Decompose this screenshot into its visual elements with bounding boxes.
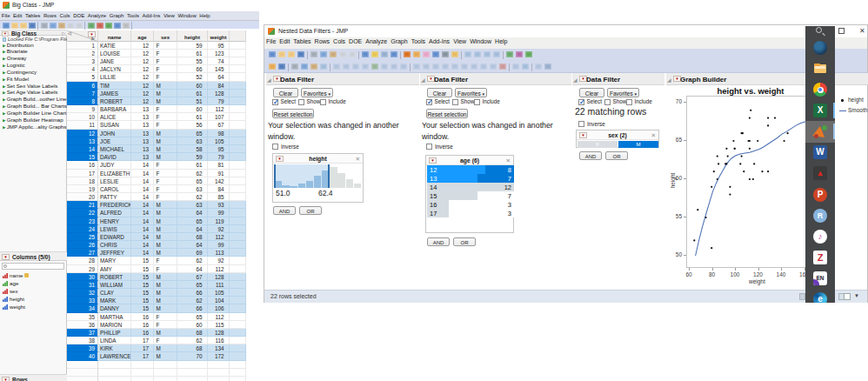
row-number-cell[interactable]: 31 — [67, 281, 98, 289]
table-cell[interactable]: 106 — [208, 304, 230, 312]
show-checkbox[interactable] — [604, 99, 611, 105]
toolbar-icon[interactable] — [349, 51, 356, 58]
script-item-graph-build-oother-line[interactable]: ▶ Graph Build...oother Line — [3, 96, 67, 103]
table-cell[interactable]: 68 — [177, 344, 208, 352]
data-point[interactable] — [757, 140, 758, 142]
toolbar-icon[interactable] — [506, 51, 513, 58]
column-header-weight[interactable]: weight — [208, 30, 230, 42]
collapse-triangle-icon[interactable]: ◢ — [573, 77, 578, 83]
table-cell[interactable]: 62 — [177, 193, 208, 201]
toolbar-icon[interactable] — [278, 51, 285, 58]
column-item-height[interactable]: height — [3, 296, 67, 304]
toolbar-icon[interactable] — [288, 51, 295, 58]
row-number-cell[interactable]: 9 — [67, 105, 98, 113]
table-cell[interactable]: 13 — [131, 137, 154, 145]
table-cell[interactable]: 14 — [131, 201, 154, 209]
table-cell[interactable]: LESLIE — [98, 177, 131, 185]
table-cell[interactable]: 79 — [208, 153, 230, 161]
table-cell[interactable] — [230, 177, 246, 185]
table-cell[interactable]: ROBERT — [98, 273, 131, 281]
table-cell[interactable]: M — [154, 273, 177, 281]
table-cell[interactable] — [230, 73, 246, 81]
select-checkbox[interactable] — [272, 99, 278, 105]
toolbar-icon[interactable] — [123, 23, 130, 30]
table-cell[interactable]: 61 — [177, 50, 208, 57]
row-number-cell[interactable]: 23 — [67, 217, 98, 225]
toolbar-icon[interactable] — [29, 23, 36, 30]
menu-edit[interactable]: Edit — [11, 11, 23, 18]
table-cell[interactable]: 16 — [131, 329, 154, 337]
include-checkbox[interactable] — [320, 99, 326, 105]
table-cell[interactable] — [230, 361, 246, 369]
close-icon[interactable]: ✕ — [651, 132, 656, 139]
table-cell[interactable] — [230, 304, 246, 312]
menu-tables[interactable]: Tables — [291, 37, 312, 44]
data-point[interactable] — [741, 156, 743, 157]
data-point[interactable] — [752, 178, 754, 180]
table-cell[interactable]: M — [154, 130, 177, 137]
table-cell[interactable] — [154, 361, 177, 369]
toolbar-icon[interactable] — [451, 64, 458, 70]
row-number-cell[interactable]: 38 — [67, 337, 98, 344]
toolbar-icon[interactable] — [471, 64, 477, 70]
toolbar-icon[interactable] — [343, 64, 350, 70]
toolbar-icon[interactable] — [535, 64, 542, 70]
column-header-age[interactable]: age — [131, 30, 154, 42]
table-cell[interactable]: KATIE — [98, 42, 131, 50]
taskbar-icon-music[interactable]: ♪ — [805, 226, 835, 247]
table-cell[interactable]: 128 — [208, 90, 230, 97]
table-cell[interactable]: 60 — [177, 105, 208, 113]
toolbar-icon[interactable] — [320, 51, 327, 58]
menu-file[interactable]: File — [0, 11, 11, 18]
table-cell[interactable]: M — [154, 304, 177, 312]
table-cell[interactable] — [154, 369, 177, 377]
data-point[interactable] — [742, 132, 744, 134]
table-cell[interactable]: JOE — [98, 137, 131, 145]
table-cell[interactable] — [230, 337, 246, 344]
corner-right-arrow[interactable]: ▶ — [91, 37, 95, 41]
table-cell[interactable] — [230, 161, 246, 169]
table-cell[interactable]: F — [154, 177, 177, 185]
close-icon[interactable]: ✕ — [506, 157, 511, 164]
toolbar-icon[interactable] — [310, 64, 317, 70]
data-point[interactable] — [753, 163, 755, 164]
table-cell[interactable] — [230, 137, 246, 145]
table-cell[interactable]: 112 — [208, 105, 230, 113]
table-cell[interactable]: 17 — [131, 337, 154, 344]
graph-builder-header[interactable]: ◢Graph Builder — [666, 73, 868, 85]
collapse-triangle-icon[interactable]: ◢ — [267, 77, 271, 83]
table-cell[interactable]: M — [154, 289, 177, 297]
menu-edit[interactable]: Edit — [277, 37, 291, 44]
table-cell[interactable]: 105 — [208, 137, 230, 145]
table-cell[interactable]: 172 — [208, 352, 230, 360]
data-point[interactable] — [767, 124, 769, 126]
taskbar-icon-file-explorer[interactable] — [805, 58, 835, 79]
table-cell[interactable] — [230, 265, 246, 273]
data-point[interactable] — [693, 239, 695, 241]
menu-analyze[interactable]: Analyze — [86, 11, 108, 18]
table-cell[interactable] — [208, 369, 230, 377]
table-cell[interactable] — [230, 82, 246, 90]
toolbar-icon[interactable] — [371, 64, 378, 70]
close-icon[interactable]: ✕ — [356, 156, 360, 163]
inverse-checkbox[interactable] — [578, 121, 584, 127]
table-cell[interactable]: 64 — [177, 241, 208, 249]
table-cell[interactable]: 15 — [131, 289, 154, 297]
reset-selection-button[interactable]: Reset selection — [272, 109, 314, 118]
table-cell[interactable]: 95 — [208, 42, 230, 50]
histogram-bar[interactable] — [354, 184, 362, 188]
table-cell[interactable]: MICHAEL — [98, 145, 131, 153]
toolbar-icon[interactable] — [490, 64, 497, 70]
table-cell[interactable]: 74 — [208, 57, 230, 65]
table-cell[interactable] — [230, 321, 246, 329]
table-cell[interactable]: 66 — [177, 304, 208, 312]
table-cell[interactable]: 99 — [208, 209, 230, 217]
row-number-cell[interactable]: 1 — [67, 42, 98, 50]
table-cell[interactable]: 93 — [208, 201, 230, 209]
table-cell[interactable]: 51 — [177, 97, 208, 105]
table-cell[interactable]: M — [154, 90, 177, 97]
table-cell[interactable] — [230, 50, 246, 57]
row-number-cell[interactable]: 26 — [67, 241, 98, 249]
table-cell[interactable]: M — [154, 233, 177, 241]
and-button[interactable]: AND — [273, 206, 296, 215]
